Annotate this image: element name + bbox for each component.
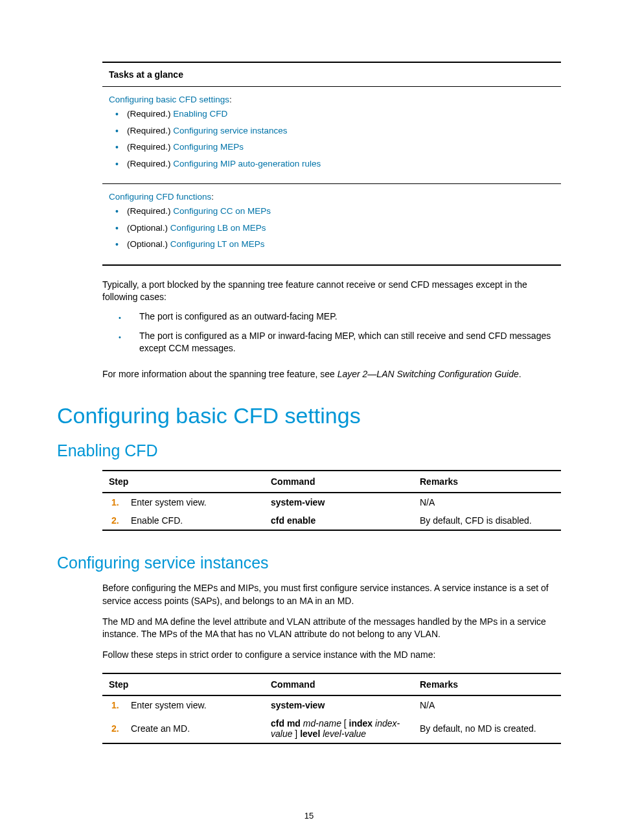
tasks-section-2: Configuring CFD functions: (Required.) C… [102, 184, 561, 264]
page-number: 15 [0, 811, 618, 821]
task-item: (Optional.) Configuring LT on MEPs [109, 239, 555, 250]
tasks-section-1: Configuring basic CFD settings: (Require… [102, 87, 561, 183]
cmd-cell: system-view [271, 700, 420, 710]
link-lb-meps[interactable]: Configuring LB on MEPs [170, 223, 266, 233]
task-item: (Required.) Enabling CFD [109, 108, 555, 120]
step-table-1: Step Command Remarks 1.Enter system view… [102, 470, 561, 531]
table-header-row: Step Command Remarks [102, 471, 561, 493]
heading-enabling-cfd: Enabling CFD [57, 441, 561, 460]
tasks-header: Tasks at a glance [102, 63, 561, 87]
heading-basic-cfd: Configuring basic CFD settings [57, 403, 561, 428]
link-lt-meps[interactable]: Configuring LT on MEPs [170, 239, 265, 249]
link-mip-rules[interactable]: Configuring MIP auto-generation rules [173, 159, 321, 169]
cmd-cell: cfd md md-name [ index index-value ] lev… [271, 718, 420, 739]
task-item: (Required.) Configuring CC on MEPs [109, 205, 555, 217]
paragraph: Typically, a port blocked by the spannin… [102, 279, 561, 304]
paragraph: Before configuring the MEPs and MIPs, yo… [102, 582, 561, 607]
task-item: (Required.) Configuring MIP auto-generat… [109, 158, 555, 170]
link-enabling-cfd[interactable]: Enabling CFD [173, 109, 227, 119]
table-row: 2.Enable CFD. cfd enable By default, CFD… [102, 511, 561, 530]
heading-service-instances: Configuring service instances [57, 554, 561, 572]
link-meps[interactable]: Configuring MEPs [173, 142, 244, 152]
body-bullet-list: The port is configured as an outward-fac… [119, 310, 561, 355]
task-item: (Optional.) Configuring LB on MEPs [109, 222, 555, 234]
link-service-instances[interactable]: Configuring service instances [173, 126, 287, 135]
bullet-item: The port is configured as an outward-fac… [119, 310, 561, 323]
paragraph: Follow these steps in strict order to co… [102, 649, 561, 662]
table-row: 1.Enter system view. system-view N/A [102, 696, 561, 714]
table-row: 2.Create an MD. cfd md md-name [ index i… [102, 714, 561, 743]
step-table-2: Step Command Remarks 1.Enter system view… [102, 673, 561, 744]
table-row: 1.Enter system view. system-view N/A [102, 493, 561, 511]
paragraph: For more information about the spanning … [102, 368, 561, 381]
table-header-row: Step Command Remarks [102, 674, 561, 696]
link-basic-cfd[interactable]: Configuring basic CFD settings [109, 95, 229, 104]
task-item: (Required.) Configuring MEPs [109, 141, 555, 153]
tasks-table: Tasks at a glance Configuring basic CFD … [102, 62, 561, 266]
link-cfd-functions[interactable]: Configuring CFD functions [109, 192, 211, 202]
paragraph: The MD and MA define the level attribute… [102, 616, 561, 641]
bullet-item: The port is configured as a MIP or inwar… [119, 330, 561, 355]
task-item: (Required.) Configuring service instance… [109, 125, 555, 137]
link-cc-meps[interactable]: Configuring CC on MEPs [173, 206, 271, 216]
